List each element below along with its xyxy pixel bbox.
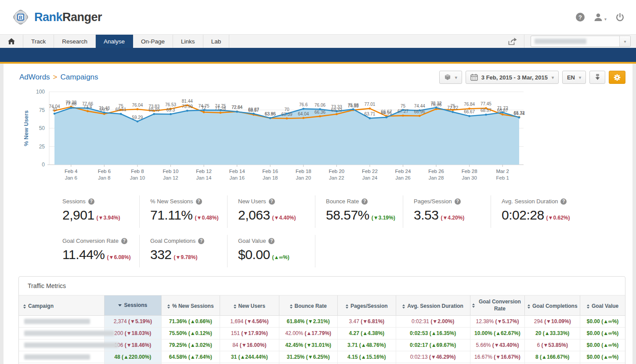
svg-text:64.04: 64.04 [298,112,309,116]
svg-text:76.36: 76.36 [431,102,442,107]
help-icon[interactable]: ? [576,13,585,22]
help-icon[interactable]: ? [455,198,461,205]
help-icon[interactable]: ? [198,238,204,244]
campaign-cell-redacted[interactable] [19,351,104,363]
user-menu[interactable]: ▾ [593,13,607,22]
metric-value: $0.00 [238,247,270,262]
column-header-pages-session[interactable]: Pages/Session [337,296,396,316]
sort-icon [23,304,26,309]
metric-cell: 42.00% (▲17.79%) [279,328,337,339]
column-header-goal-completions[interactable]: Goal Completions [525,296,580,316]
metric-card-new-users: New Users?2,063(▼4.40%) [228,195,315,228]
metric-card-row: Goal Conversion Rate?11.44%(▼6.08%)Goal … [52,235,632,267]
metric-label: Bounce Rate [326,198,359,205]
nav-home-tab[interactable] [0,35,23,48]
help-icon[interactable]: ? [121,238,127,244]
metric-cell: 4.27 (▲4.38%) [337,328,396,339]
metric-card--new-sessions: % New Sessions?71.11%(▼0.48%) [140,195,228,228]
column-header-goal-conversion-rate[interactable]: Goal Conversion Rate [470,296,525,316]
metric-cell: 294 (▼10.09%) [525,316,580,328]
metric-cell: 4.15 (▲15.16%) [337,351,396,363]
svg-text:63.71: 63.71 [364,112,375,116]
metric-card-goal-completions: Goal Completions?332(▼9.78%) [140,235,228,267]
nav-tab-lab[interactable]: Lab [203,35,230,48]
metric-label: Pages/Session [414,198,452,205]
svg-text:74.04: 74.04 [49,104,60,109]
metric-cell: 48 (▲220.00%) [104,351,161,363]
help-icon[interactable]: ? [560,198,567,205]
date-range-picker[interactable]: 3 Feb, 2015 - 3 Mar, 2015 ▾ [466,71,559,84]
chevron-down-icon: ▾ [552,75,554,80]
metric-change: (▼9.78%) [174,254,198,260]
column-header--new-sessions[interactable]: % New Sessions [161,296,220,316]
table-row: 2,374 (▼5.19%)71.36% (▲0.66%)1,694 (▼4.5… [19,316,625,328]
rankranger-logo[interactable]: R RankRanger [11,8,102,26]
metric-value: 0:02:28 [502,208,544,222]
nav-tab-research[interactable]: Research [54,35,96,48]
breadcrumb-page[interactable]: Campaigns [61,73,98,81]
campaign-cell-redacted[interactable] [19,316,104,328]
nav-tab-links[interactable]: Links [173,35,203,48]
svg-text:68.57: 68.57 [248,108,259,113]
metric-cell: 3.71 (▲48.76%) [337,339,396,351]
metric-label: Goal Completions [150,238,195,244]
metric-value: 2,901 [62,208,94,222]
help-icon[interactable]: ? [361,198,368,205]
profile-selector[interactable]: ▾ [531,36,631,47]
settings-button[interactable] [609,71,625,84]
svg-text:68.87: 68.87 [497,108,508,113]
selector-caret-button[interactable]: ▾ [619,36,630,47]
metric-label: Sessions [62,198,86,205]
cube-icon [444,74,451,81]
column-header-avg-session-duration[interactable]: Avg. Session Duration [396,296,470,316]
nav-tab-analyse[interactable]: Analyse [96,35,133,48]
campaign-cell-redacted[interactable] [19,339,104,351]
breadcrumb: AdWords>Campaigns [19,73,98,82]
metric-change: (▲∞%) [272,254,289,260]
traffic-metrics-table: CampaignSessions% New SessionsNew UsersB… [19,296,625,364]
help-icon[interactable]: ? [196,198,202,205]
report-type-button[interactable]: ▾ [439,71,462,84]
metric-label: % New Sessions [150,198,193,205]
metric-cell: 31.25% (▼6.25%) [279,351,337,363]
logout-power-icon[interactable] [615,13,625,22]
svg-text:66.67: 66.67 [381,109,392,114]
svg-text:Jan 10: Jan 10 [130,175,145,180]
svg-text:76.6: 76.6 [299,102,308,107]
svg-text:Mar 2: Mar 2 [496,169,509,174]
metric-cell: 2,374 (▼5.19%) [104,316,161,328]
help-icon[interactable]: ? [269,198,275,205]
svg-text:Feb 24: Feb 24 [395,169,411,174]
column-header-bounce-rate[interactable]: Bounce Rate [279,296,337,316]
metric-cell: 84 (▼16.00%) [220,339,279,351]
column-header-campaign[interactable]: Campaign [19,296,104,316]
nav-tab-on-page[interactable]: On-Page [133,35,173,48]
traffic-trend-chart[interactable]: 0255075100% New Users7077.8877.6671.4369… [22,87,632,184]
breadcrumb-section[interactable]: AdWords [19,73,50,81]
column-header-goal-value[interactable]: Goal Value [580,296,625,316]
help-icon[interactable]: ? [268,238,275,244]
metric-card-goal-value: Goal Value?$0.00(▲∞%) [228,235,315,267]
metric-cell: $0.00 (▲∞%) [580,339,625,351]
nav-divider [524,35,524,48]
svg-text:75: 75 [119,104,124,108]
line-chart-svg[interactable]: 0255075100% New Users7077.8877.6671.4369… [22,87,527,182]
language-selector[interactable]: EN ▾ [562,71,586,84]
svg-text:Feb 28: Feb 28 [462,169,477,174]
metric-cell: 31 (▲244.44%) [220,351,279,363]
svg-text:Feb 6: Feb 6 [98,169,111,174]
panel-title: Traffic Metrics [19,277,625,296]
redacted-campaign-name [24,342,119,348]
svg-text:R: R [19,15,22,20]
nav-tab-track[interactable]: Track [23,35,54,48]
svg-text:Jan 18: Jan 18 [263,175,278,180]
help-icon[interactable]: ? [88,198,94,205]
share-button[interactable] [501,37,524,46]
svg-text:76.06: 76.06 [314,103,325,108]
svg-text:66.36: 66.36 [314,110,325,115]
campaign-cell-redacted[interactable] [19,328,104,339]
column-header-sessions[interactable]: Sessions [104,296,161,316]
sort-desc-icon [118,304,122,306]
column-header-new-users[interactable]: New Users [220,296,279,316]
download-button[interactable] [589,71,605,84]
